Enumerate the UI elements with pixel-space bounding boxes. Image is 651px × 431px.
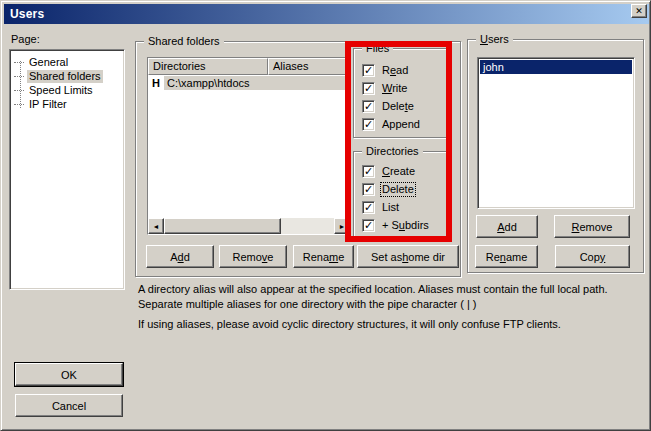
scrollbar-thumb[interactable] — [164, 218, 281, 234]
subdirs-label: + Subdirs — [381, 219, 430, 232]
folders-add-button[interactable]: Add — [146, 245, 214, 268]
users-list[interactable]: john — [477, 57, 635, 209]
list-label: List — [381, 201, 400, 214]
read-checkbox[interactable]: ✓ — [362, 64, 375, 77]
shared-folders-list[interactable]: Directories Aliases H C:\xampp\htdocs ◄ … — [147, 57, 351, 235]
directory-cell: C:\xampp\htdocs — [164, 76, 350, 90]
close-icon: ✕ — [635, 7, 643, 16]
close-button[interactable]: ✕ — [631, 4, 647, 18]
column-header-aliases[interactable]: Aliases — [268, 58, 350, 75]
arrow-right-icon: ► — [339, 223, 346, 230]
users-copy-button[interactable]: Copy — [555, 245, 630, 268]
subdirs-checkbox[interactable]: ✓ — [362, 219, 375, 232]
users-add-button[interactable]: Add — [476, 215, 538, 238]
dirs-create-row[interactable]: ✓ Create — [362, 164, 416, 178]
tree-dash — [14, 62, 24, 63]
folders-remove-button[interactable]: Remove — [219, 245, 287, 268]
list-checkbox[interactable]: ✓ — [362, 201, 375, 214]
users-group: Users john Add Remove Rename Copy — [467, 39, 644, 273]
tree-dash — [14, 90, 24, 91]
files-write-row[interactable]: ✓ Write — [362, 81, 408, 95]
files-delete-row[interactable]: ✓ Delete — [362, 99, 415, 113]
create-checkbox[interactable]: ✓ — [362, 165, 375, 178]
dirs-delete-label: Delete — [381, 183, 415, 196]
horizontal-scrollbar[interactable]: ◄ ► — [148, 218, 350, 234]
list-header: Directories Aliases — [148, 58, 350, 75]
column-header-directories[interactable]: Directories — [148, 58, 268, 75]
files-delete-checkbox[interactable]: ✓ — [362, 100, 375, 113]
page-item-ip-filter[interactable]: IP Filter — [10, 97, 124, 111]
ok-button[interactable]: OK — [15, 363, 123, 386]
notes: A directory alias will also appear at th… — [138, 282, 646, 332]
create-label: Create — [381, 165, 416, 178]
read-label: Read — [381, 64, 409, 77]
folders-rename-button[interactable]: Rename — [293, 245, 354, 268]
titlebar[interactable]: Users — [4, 4, 649, 24]
files-group: Files ✓ Read ✓ Write ✓ Delete ✓ Append — [353, 48, 447, 138]
tree-dash — [14, 76, 24, 77]
dirs-delete-checkbox[interactable]: ✓ — [362, 183, 375, 196]
page-list[interactable]: General Shared folders Speed Limits IP F… — [9, 49, 125, 290]
dirs-list-row[interactable]: ✓ List — [362, 200, 400, 214]
files-read-row[interactable]: ✓ Read — [362, 63, 409, 77]
scrollbar-track[interactable] — [281, 218, 334, 234]
files-delete-label: Delete — [381, 100, 415, 113]
write-label: Write — [381, 82, 408, 95]
write-checkbox[interactable]: ✓ — [362, 82, 375, 95]
users-rename-button[interactable]: Rename — [475, 245, 538, 268]
dirs-delete-row[interactable]: ✓ Delete — [362, 182, 415, 196]
directories-group-label: Directories — [362, 144, 423, 158]
list-item-user[interactable]: john — [480, 60, 632, 74]
cyclic-note: If using aliases, please avoid cyclic di… — [138, 317, 646, 332]
users-group-label: Users — [476, 32, 513, 46]
users-remove-button[interactable]: Remove — [554, 215, 630, 238]
tree-dash — [14, 104, 24, 105]
append-checkbox[interactable]: ✓ — [362, 118, 375, 131]
page-label: Page: — [11, 33, 40, 45]
users-dialog: Users ✕ Page: General Shared folders Spe… — [0, 0, 651, 431]
files-group-label: Files — [362, 41, 393, 55]
page-item-speed-limits[interactable]: Speed Limits — [10, 83, 124, 97]
files-append-row[interactable]: ✓ Append — [362, 117, 421, 131]
directories-group: Directories ✓ Create ✓ Delete ✓ List ✓ +… — [353, 151, 447, 241]
page-item-general[interactable]: General — [10, 55, 124, 69]
alias-note: A directory alias will also appear at th… — [138, 282, 646, 312]
table-row[interactable]: H C:\xampp\htdocs — [148, 75, 350, 90]
scroll-left-button[interactable]: ◄ — [148, 218, 164, 234]
page-item-shared-folders[interactable]: Shared folders — [10, 69, 124, 83]
arrow-left-icon: ◄ — [153, 223, 160, 230]
scroll-right-button[interactable]: ► — [334, 218, 350, 234]
home-dir-marker: H — [148, 77, 164, 89]
cancel-button[interactable]: Cancel — [15, 394, 123, 417]
shared-folders-group-label: Shared folders — [144, 34, 224, 48]
window-title: Users — [10, 7, 44, 21]
list-body[interactable]: H C:\xampp\htdocs — [148, 75, 350, 218]
set-as-home-dir-button[interactable]: Set as home dir — [357, 245, 459, 268]
append-label: Append — [381, 118, 421, 131]
dirs-subdirs-row[interactable]: ✓ + Subdirs — [362, 218, 430, 232]
